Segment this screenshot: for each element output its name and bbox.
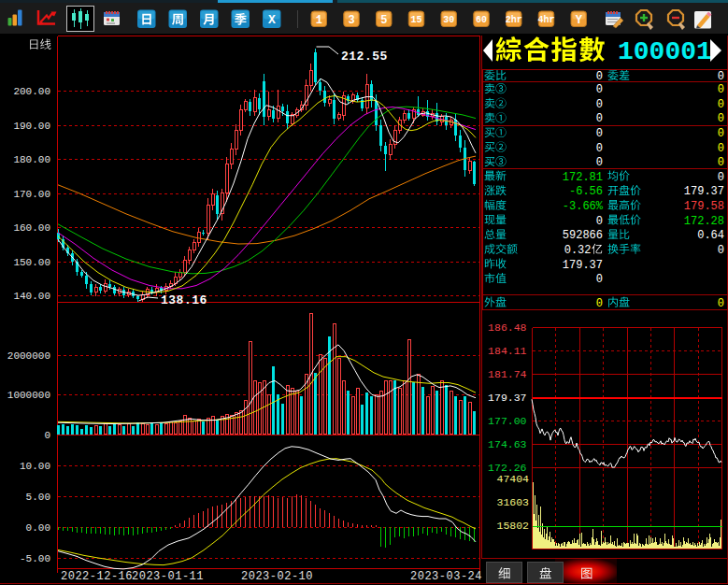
svg-text:31603: 31603 xyxy=(496,496,529,508)
svg-text:2000000: 2000000 xyxy=(7,350,50,362)
svg-text:15802: 15802 xyxy=(496,520,529,532)
svg-text:0: 0 xyxy=(596,156,603,169)
svg-text:0: 0 xyxy=(718,142,724,155)
svg-text:Y: Y xyxy=(576,14,583,27)
svg-text:177.00: 177.00 xyxy=(488,415,527,427)
svg-text:179.37: 179.37 xyxy=(563,259,603,272)
svg-text:0: 0 xyxy=(718,70,724,83)
svg-text:172.81: 172.81 xyxy=(563,171,603,184)
svg-text:2023-02-10: 2023-02-10 xyxy=(241,570,313,583)
svg-text:181.74: 181.74 xyxy=(488,368,527,380)
svg-text:0: 0 xyxy=(718,83,724,96)
svg-text:0: 0 xyxy=(718,112,724,125)
svg-text:174.63: 174.63 xyxy=(488,438,527,450)
svg-text:138.16: 138.16 xyxy=(161,293,207,307)
svg-text:170.00: 170.00 xyxy=(13,189,50,200)
svg-text:0: 0 xyxy=(718,244,724,257)
svg-text:5.00: 5.00 xyxy=(26,492,50,503)
svg-text:0: 0 xyxy=(718,171,724,184)
svg-text:179.58: 179.58 xyxy=(684,200,724,213)
svg-text:0: 0 xyxy=(596,127,603,140)
svg-text:1: 1 xyxy=(316,14,322,27)
svg-text:30: 30 xyxy=(443,15,454,25)
svg-text:0: 0 xyxy=(44,430,50,441)
svg-text:0: 0 xyxy=(718,127,724,140)
svg-text:200.00: 200.00 xyxy=(13,86,50,97)
svg-text:0: 0 xyxy=(596,70,603,83)
svg-text:190.00: 190.00 xyxy=(13,121,50,132)
svg-text:180.00: 180.00 xyxy=(13,154,50,165)
svg-text:0: 0 xyxy=(596,83,603,96)
svg-text:0.00: 0.00 xyxy=(26,522,50,534)
svg-text:184.11: 184.11 xyxy=(488,345,527,357)
svg-text:140.00: 140.00 xyxy=(13,291,50,302)
svg-text:0: 0 xyxy=(596,297,603,310)
svg-text:15: 15 xyxy=(411,15,422,25)
svg-text:179.37: 179.37 xyxy=(488,392,526,404)
svg-text:-6.56: -6.56 xyxy=(569,185,603,198)
svg-text:172.28: 172.28 xyxy=(684,215,724,228)
svg-text:212.55: 212.55 xyxy=(341,50,388,64)
svg-text:47404: 47404 xyxy=(496,473,529,485)
svg-text:0: 0 xyxy=(718,156,724,169)
svg-text:-3.66%: -3.66% xyxy=(563,200,604,213)
svg-text:0: 0 xyxy=(596,215,603,228)
svg-text:2hr: 2hr xyxy=(506,15,522,25)
svg-text:179.37: 179.37 xyxy=(684,185,724,198)
svg-text:4hr: 4hr xyxy=(538,15,555,25)
svg-text:0: 0 xyxy=(596,142,603,155)
svg-text:2023-01-11: 2023-01-11 xyxy=(132,570,204,583)
svg-text:60: 60 xyxy=(476,15,487,25)
svg-text:10.00: 10.00 xyxy=(20,461,50,472)
svg-text:172.26: 172.26 xyxy=(488,462,527,474)
svg-text:-5.00: -5.00 xyxy=(20,553,50,564)
svg-text:2023-03-24: 2023-03-24 xyxy=(410,570,482,583)
svg-text:X: X xyxy=(268,13,276,27)
svg-text:150.00: 150.00 xyxy=(13,257,50,268)
svg-text:0: 0 xyxy=(596,112,603,125)
svg-text:0: 0 xyxy=(596,273,603,286)
svg-text:3: 3 xyxy=(348,14,354,27)
svg-text:2022-12-16: 2022-12-16 xyxy=(61,570,133,583)
svg-text:0: 0 xyxy=(718,297,724,310)
svg-text:1000000: 1000000 xyxy=(7,390,50,401)
svg-text:0: 0 xyxy=(718,98,724,111)
svg-text:186.48: 186.48 xyxy=(488,321,527,334)
svg-text:5: 5 xyxy=(380,14,387,27)
svg-text:592866: 592866 xyxy=(563,229,603,242)
svg-text:0: 0 xyxy=(596,98,603,111)
svg-text:0.64: 0.64 xyxy=(697,229,724,242)
svg-text:0.32: 0.32 xyxy=(564,244,592,257)
svg-text:100001: 100001 xyxy=(618,37,712,66)
svg-text:160.00: 160.00 xyxy=(13,222,50,234)
